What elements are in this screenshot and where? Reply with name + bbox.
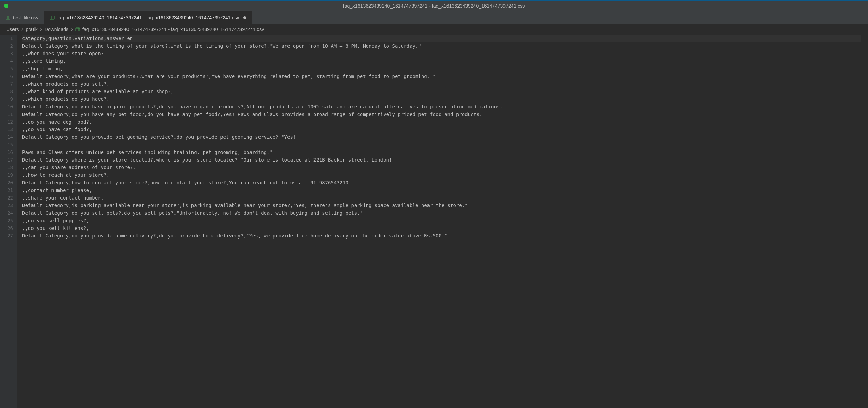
tab-label: faq_x1613623439240_1614747397241 - faq_x… (57, 15, 239, 20)
code-line[interactable]: ,,shop timing, (22, 65, 861, 72)
csv-file-icon (75, 27, 80, 32)
line-number: 4 (3, 57, 13, 65)
code-content[interactable]: category,question,variations,answer_enDe… (17, 35, 868, 408)
code-line[interactable]: Default Category,how to contact your sto… (22, 179, 861, 186)
breadcrumb-file-label: faq_x1613623439240_1614747397241 - faq_x… (82, 27, 264, 32)
tab-label: test_file.csv (13, 15, 38, 20)
code-line[interactable]: ,,do you have dog food?, (22, 118, 861, 126)
tab-faq-file[interactable]: faq_x1613623439240_1614747397241 - faq_x… (44, 11, 252, 24)
line-number: 9 (3, 95, 13, 103)
code-line[interactable]: Default Category,what are your products?… (22, 72, 861, 80)
code-line[interactable]: Paws and Claws offers unique pet service… (22, 148, 861, 156)
breadcrumb: Users pratik Downloads (0, 24, 868, 35)
code-line[interactable]: Default Category,do you have organic pro… (22, 103, 861, 110)
line-number: 22 (3, 194, 13, 202)
code-line[interactable]: ,,can you share address of your store?, (22, 164, 861, 171)
code-line[interactable]: ,,contact number please, (22, 186, 861, 194)
svg-rect-5 (50, 16, 54, 19)
line-number: 21 (3, 186, 13, 194)
svg-rect-0 (6, 16, 10, 19)
line-number: 17 (3, 156, 13, 164)
line-number: 7 (3, 80, 13, 88)
tab-test-file[interactable]: test_file.csv (0, 11, 44, 24)
line-number: 24 (3, 209, 13, 217)
code-line[interactable]: ,,which products do you sell?, (22, 80, 861, 88)
line-number: 15 (3, 141, 13, 148)
code-line[interactable]: ,,do you have cat food?, (22, 126, 861, 133)
breadcrumb-pratik[interactable]: pratik (26, 27, 38, 32)
code-line[interactable]: Default Category,where is your store loc… (22, 156, 861, 164)
breadcrumb-users[interactable]: Users (6, 27, 19, 32)
line-number: 3 (3, 50, 13, 57)
line-number: 5 (3, 65, 13, 72)
line-number: 26 (3, 224, 13, 232)
code-line[interactable]: ,,what kind of products are available at… (22, 88, 861, 95)
line-number: 27 (3, 232, 13, 240)
modified-indicator-icon (243, 16, 246, 19)
line-number: 18 (3, 164, 13, 171)
code-line[interactable] (22, 141, 861, 148)
chevron-right-icon (70, 28, 73, 31)
line-number: 19 (3, 171, 13, 179)
code-line[interactable]: category,question,variations,answer_en (22, 35, 861, 42)
svg-rect-10 (76, 28, 80, 31)
line-number: 2 (3, 42, 13, 50)
code-line[interactable]: Default Category,what is the timing of y… (22, 42, 861, 50)
breadcrumb-downloads[interactable]: Downloads (45, 27, 68, 32)
code-line[interactable]: Default Category,do you provide pet goom… (22, 133, 861, 141)
code-line[interactable]: Default Category,do you provide home del… (22, 232, 861, 240)
line-number: 13 (3, 126, 13, 133)
code-line[interactable]: ,,how to reach at your store?, (22, 171, 861, 179)
line-number: 6 (3, 72, 13, 80)
line-number: 23 (3, 202, 13, 209)
line-number: 16 (3, 148, 13, 156)
code-editor[interactable]: 1234567891011121314151617181920212223242… (0, 35, 868, 408)
code-line[interactable]: ,,do you sell kittens?, (22, 224, 861, 232)
csv-file-icon (6, 15, 10, 20)
line-number-gutter: 1234567891011121314151617181920212223242… (0, 35, 17, 408)
close-window-button[interactable] (4, 4, 8, 8)
tab-bar: test_file.csv faq_x1613623439240_1614747… (0, 11, 868, 24)
code-line[interactable]: ,,do you sell puppies?, (22, 217, 861, 224)
code-line[interactable]: ,,share your contact number, (22, 194, 861, 202)
chevron-right-icon (21, 28, 24, 31)
code-line[interactable]: ,,when does your store open?, (22, 50, 861, 57)
window-controls (0, 4, 8, 8)
title-bar: faq_x1613623439240_1614747397241 - faq_x… (0, 0, 868, 11)
code-line[interactable]: Default Category,do you sell pets?,do yo… (22, 209, 861, 217)
chevron-right-icon (40, 28, 43, 31)
line-number: 14 (3, 133, 13, 141)
line-number: 25 (3, 217, 13, 224)
line-number: 12 (3, 118, 13, 126)
code-line[interactable]: ,,store timing, (22, 57, 861, 65)
code-line[interactable]: Default Category,do you have any pet foo… (22, 110, 861, 118)
code-line[interactable]: ,,which products do you have?, (22, 95, 861, 103)
line-number: 20 (3, 179, 13, 186)
line-number: 10 (3, 103, 13, 110)
line-number: 1 (3, 35, 13, 42)
line-number: 8 (3, 88, 13, 95)
line-number: 11 (3, 110, 13, 118)
window-title: faq_x1613623439240_1614747397241 - faq_x… (0, 3, 868, 9)
breadcrumb-current-file[interactable]: faq_x1613623439240_1614747397241 - faq_x… (75, 27, 264, 32)
code-line[interactable]: Default Category,is parking available ne… (22, 202, 861, 209)
csv-file-icon (50, 15, 55, 20)
